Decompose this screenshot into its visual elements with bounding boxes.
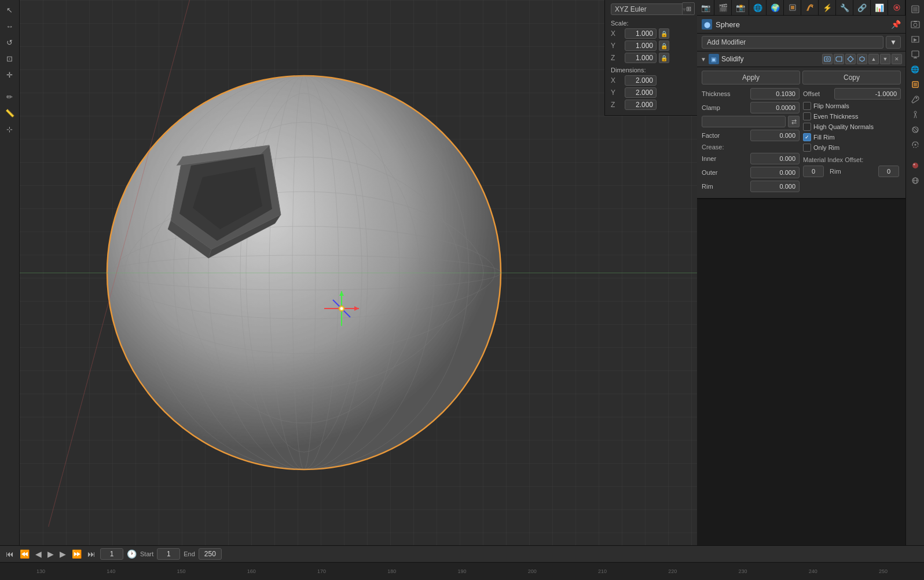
jump-start-button[interactable]: ⏮ [5,549,15,559]
tool-move[interactable]: ↔ [2,19,17,34]
vertex-group-field[interactable] [702,116,786,127]
svg-point-46 [915,97,917,99]
remove-modifier-button[interactable]: ✕ [892,54,902,64]
pin-icon[interactable]: 📌 [891,20,901,29]
outer-value[interactable]: 0.000 [750,167,800,178]
scale-y-value[interactable]: 1.000 [625,41,657,51]
scene-icon-right[interactable]: 🌐 [908,63,922,76]
scale-x-label: X [611,30,622,38]
edit-mode-icon[interactable] [845,54,856,64]
data-tab[interactable]: 📊 [871,0,888,15]
timeline-ruler-area[interactable]: 130 140 150 160 170 180 190 200 210 220 … [0,563,924,580]
mat-offset-value[interactable]: 0 [803,166,824,177]
world-tab[interactable]: 🌍 [767,0,784,15]
dim-x-label: X [611,76,622,85]
even-thickness-checkbox[interactable] [803,112,811,120]
realtime-icon[interactable] [822,54,833,64]
physics-icon-right[interactable] [908,123,922,137]
viewport[interactable]: XYZ Euler ▼ Scale: X 1.000 🔒 Y 1.000 🔒 Z… [20,0,697,545]
tool-select[interactable]: ↖ [2,2,17,17]
properties-panel: 📷 🎬 📸 🌐 🌍 ⚡ 🔧 [697,0,905,545]
dim-y-value[interactable]: 2.000 [625,87,657,98]
svg-line-48 [914,113,915,118]
panel-icons-row: 📷 🎬 📸 🌐 🌍 ⚡ 🔧 [697,0,905,16]
grid-icon[interactable]: ⊞ [682,2,695,15]
particles-tab[interactable]: ⚡ [819,0,836,15]
start-frame-input[interactable]: 1 [157,548,180,560]
tool-cursor[interactable]: ⊹ [2,122,17,137]
swap-button[interactable]: ⇄ [788,116,800,127]
flip-normals-checkbox[interactable] [803,102,811,110]
render-icon-right[interactable] [908,32,922,46]
ruler-num-140: 140 [76,568,146,574]
modifier-properties-icon[interactable] [908,93,922,107]
scale-z-value[interactable]: 1.000 [625,53,657,63]
clamp-value[interactable]: 0.0000 [750,102,800,113]
modifier-columns: Thickness 0.1030 Clamp 0.0000 [702,88,901,194]
move-down-icon[interactable]: ▼ [880,54,890,64]
svg-rect-33 [824,57,830,61]
factor-row: Factor 0.000 [702,130,800,141]
prev-keyframe-button[interactable]: ⏪ [19,549,31,559]
current-frame-input[interactable]: 1 [100,548,123,560]
object-tab[interactable] [784,0,801,15]
play-button[interactable]: ▶ [46,549,55,559]
dim-z-value[interactable]: 2.000 [625,100,657,110]
constraints-tab[interactable]: 🔗 [853,0,871,15]
add-modifier-dropdown[interactable]: ▼ [886,36,901,49]
object-properties-icon[interactable] [908,78,922,91]
rotation-mode-dropdown[interactable]: XYZ Euler ▼ [611,3,691,15]
flip-normals-row: Flip Normals [803,102,901,110]
dim-x-value[interactable]: 2.000 [625,75,657,86]
material-tab[interactable] [888,0,905,15]
scale-x-value[interactable]: 1.000 [625,28,657,39]
constraints-icon-right[interactable] [908,138,922,152]
clamp-label: Clamp [702,104,748,111]
tool-rotate[interactable]: ↺ [2,35,17,50]
scale-z-row: Z 1.000 🔒 [611,53,691,63]
tool-scale[interactable]: ⊡ [2,51,17,66]
render-visibility-icon[interactable] [834,54,844,64]
step-forward-button[interactable]: ▶ [58,549,67,559]
offset-value[interactable]: -1.0000 [834,88,901,100]
rim-crease-value[interactable]: 0.000 [750,181,800,192]
copy-button[interactable]: Copy [802,71,901,85]
only-rim-checkbox[interactable] [803,144,811,152]
collapse-icon[interactable]: ▼ [701,56,706,63]
factor-value[interactable]: 0.000 [750,130,800,141]
cage-icon[interactable] [857,54,867,64]
output-icon-right[interactable] [908,47,922,61]
scale-y-lock[interactable]: 🔒 [659,41,669,51]
ruler-num-200: 200 [497,568,567,574]
view-layer-tab[interactable]: 📸 [732,0,749,15]
tool-transform[interactable]: ✛ [2,67,17,82]
shader-icon-right[interactable] [908,159,922,172]
tool-annotate[interactable]: ✏ [2,89,17,104]
add-modifier-button[interactable]: Add Modifier [702,36,883,49]
next-keyframe-button[interactable]: ⏩ [71,549,83,559]
scale-z-lock[interactable]: 🔒 [659,53,669,63]
physics-tab[interactable]: 🔧 [836,0,853,15]
camera-icon-right[interactable] [908,17,922,31]
step-back-button[interactable]: ◀ [34,549,43,559]
tool-measure[interactable]: 📏 [2,105,17,120]
scale-x-lock[interactable]: 🔒 [659,28,669,39]
obj-constraint-icon[interactable] [908,2,922,16]
thickness-value[interactable]: 0.1030 [750,88,800,100]
move-up-icon[interactable]: ▲ [868,54,879,64]
particles-icon-right[interactable] [908,108,922,122]
end-frame-input[interactable]: 250 [199,548,222,560]
world-icon-right[interactable] [908,174,922,188]
render-tab[interactable]: 📷 [697,0,714,15]
inner-value[interactable]: 0.000 [750,153,800,164]
rim-mat-value[interactable]: 0 [878,166,899,177]
modifier-tab[interactable] [801,0,819,15]
only-rim-label: Only Rim [813,144,839,151]
even-thickness-row: Even Thickness [803,112,901,120]
jump-end-button[interactable]: ⏭ [86,549,97,559]
output-tab[interactable]: 🎬 [714,0,732,15]
apply-button[interactable]: Apply [702,71,800,85]
fill-rim-checkbox[interactable] [803,133,811,141]
scene-tab[interactable]: 🌐 [749,0,767,15]
high-quality-normals-checkbox[interactable] [803,123,811,131]
